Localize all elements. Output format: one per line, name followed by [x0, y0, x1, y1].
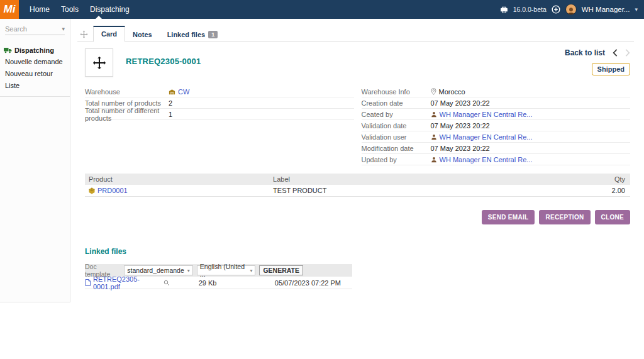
user-avatar[interactable] — [565, 4, 577, 15]
linked-file-row: RETREQ2305-0001.pdf 29 Kb 05/07/2023 07:… — [85, 277, 352, 289]
product-table: Product Label Qty PRD0001 TEST PRODUCT 2… — [85, 174, 630, 197]
printer-icon[interactable] — [500, 6, 508, 14]
send-email-button[interactable]: SEND EMAIL — [482, 210, 535, 224]
top-navbar: Mi Home Tools Dispatching 16.0.0-beta — [0, 0, 644, 19]
validation-user-link[interactable]: WH Manager EN Central Re... — [440, 133, 533, 141]
move-icon[interactable] — [80, 30, 88, 38]
user-icon — [431, 111, 437, 118]
generate-button[interactable]: GENERATE — [259, 265, 303, 275]
tab-card[interactable]: Card — [93, 26, 125, 42]
main-content: Card Notes Linked files 1 RETREQ2305-000… — [71, 19, 644, 359]
location-pin-icon — [431, 88, 436, 95]
detail-fields: Warehouse CW Total number of products 2 … — [85, 86, 630, 165]
field-warehouse: Warehouse CW — [85, 86, 354, 97]
sidebar-search: ▾ — [5, 25, 65, 35]
fields-left-column: Warehouse CW Total number of products 2 … — [85, 86, 354, 165]
pdf-file-link[interactable]: RETREQ2305-0001.pdf — [93, 275, 161, 290]
magnifier-icon[interactable] — [164, 280, 170, 286]
pager: Back to list — [565, 48, 630, 57]
sidebar-section-dispatching[interactable]: Dispatching — [4, 47, 70, 54]
linked-files-heading: Linked files — [85, 247, 630, 256]
action-buttons: SEND EMAIL RECEPTION CLONE — [85, 210, 630, 224]
field-total-different-products: Total number of different products 1 — [85, 109, 354, 120]
sidebar: ▾ Dispatching Nouvelle demande Nouveau r… — [0, 19, 70, 302]
reception-button[interactable]: RECEPTION — [539, 210, 590, 224]
product-link[interactable]: PRD0001 — [97, 187, 128, 194]
user-menu[interactable]: WH Manager... — [582, 6, 630, 13]
navbar-right: 16.0.0-beta WH Manager... ▾ — [500, 4, 644, 15]
field-updated-by: Updated by WH Manager EN Central Re... — [362, 154, 631, 165]
warehouse-link[interactable]: CW — [178, 88, 189, 96]
version-label: 16.0.0-beta — [513, 6, 547, 13]
updated-by-link[interactable]: WH Manager EN Central Re... — [440, 156, 533, 163]
sidebar-divider — [0, 96, 70, 97]
language-select[interactable]: English (United ... ▾ — [197, 265, 256, 275]
plus-circle-icon[interactable] — [552, 5, 560, 14]
file-date: 05/07/2023 07:22 PM — [245, 279, 352, 287]
main-menu: Home Tools Dispatching — [24, 0, 135, 19]
back-to-list-link[interactable]: Back to list — [565, 48, 605, 57]
tab-bar: Card Notes Linked files 1 — [77, 26, 634, 42]
product-box-icon — [89, 187, 95, 194]
column-product: Product — [85, 175, 273, 183]
product-table-header: Product Label Qty — [85, 174, 630, 185]
created-by-link[interactable]: WH Manager EN Central Re... — [440, 111, 533, 118]
card-drag-handle[interactable] — [85, 48, 113, 77]
app-logo[interactable]: Mi — [0, 0, 19, 19]
tab-linked-files[interactable]: Linked files 1 — [160, 28, 226, 42]
field-validation-user: Validation user WH Manager EN Central Re… — [362, 131, 631, 143]
chevron-left-icon[interactable] — [613, 49, 618, 57]
user-icon — [431, 157, 437, 163]
template-select[interactable]: standard_demande ▾ — [124, 265, 193, 275]
tab-notes[interactable]: Notes — [125, 28, 160, 42]
menu-dispatching[interactable]: Dispatching — [84, 0, 135, 19]
menu-home[interactable]: Home — [24, 0, 55, 19]
menu-tools[interactable]: Tools — [55, 0, 84, 19]
field-created-by: Ceated by WH Manager EN Central Re... — [362, 109, 631, 120]
document-header: RETREQ2305-0001 Back to list Shipped — [85, 48, 630, 86]
status-badge: Shipped — [592, 63, 630, 75]
move-icon — [92, 56, 106, 70]
chevron-right-icon[interactable] — [625, 49, 630, 57]
search-input[interactable] — [5, 25, 55, 33]
field-validation-date: Validation date 07 May 2023 20:22 — [362, 120, 631, 131]
sidebar-item-nouveau-retour[interactable]: Nouveau retour — [5, 70, 70, 78]
truck-icon — [4, 47, 12, 53]
chevron-down-icon[interactable]: ▾ — [635, 6, 638, 13]
field-modification-date: Modification date 07 May 2023 20:22 — [362, 143, 631, 154]
page-title: RETREQ2305-0001 — [126, 57, 201, 66]
header-right: Back to list Shipped — [565, 48, 630, 75]
fields-right-column: Warehouse Info Morocco Creation date 07 … — [362, 86, 631, 165]
sidebar-item-liste[interactable]: Liste — [5, 82, 70, 90]
clone-button[interactable]: CLONE — [595, 210, 631, 224]
column-label: Label — [273, 175, 575, 183]
field-warehouse-info: Warehouse Info Morocco — [362, 86, 631, 97]
user-icon — [431, 134, 437, 140]
warehouse-icon — [169, 89, 175, 95]
linked-files-count-badge: 1 — [208, 31, 218, 38]
file-icon — [85, 279, 91, 286]
chevron-down-icon: ▾ — [187, 268, 190, 273]
table-row: PRD0001 TEST PRODUCT 2.00 — [85, 185, 630, 197]
column-qty: Qty — [575, 175, 630, 183]
field-creation-date: Creation date 07 May 2023 20:22 — [362, 97, 631, 109]
chevron-down-icon: ▾ — [250, 268, 252, 273]
product-qty-cell: 2.00 — [575, 187, 630, 194]
sidebar-item-nouvelle-demande[interactable]: Nouvelle demande — [5, 58, 70, 66]
app-window: Mi Home Tools Dispatching 16.0.0-beta — [0, 0, 644, 359]
product-label-cell: TEST PRODUCT — [273, 187, 575, 194]
file-size: 29 Kb — [170, 279, 245, 287]
chevron-down-icon[interactable]: ▾ — [62, 26, 65, 32]
